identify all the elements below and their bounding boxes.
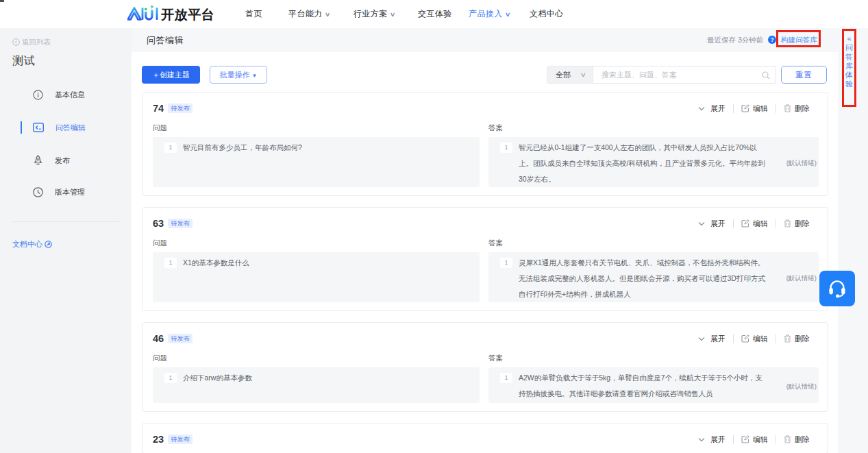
svg-text:?: ? (770, 36, 773, 43)
